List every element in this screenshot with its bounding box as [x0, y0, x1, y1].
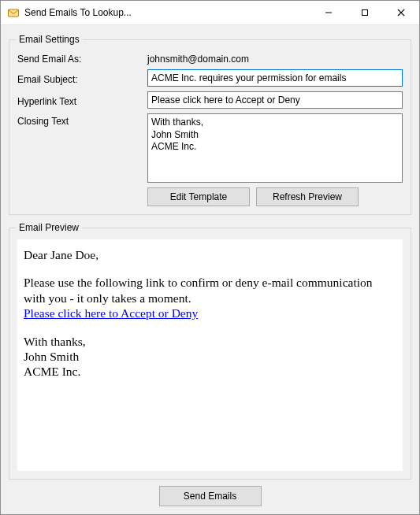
titlebar: Send Emails To Lookup...	[1, 1, 419, 25]
preview-body-text: Please use the following link to confirm…	[24, 275, 396, 306]
window-buttons	[310, 1, 419, 24]
settings-buttons: Edit Template Refresh Preview	[147, 187, 403, 206]
preview-closing-line: ACME Inc.	[24, 364, 396, 379]
window-title: Send Emails To Lookup...	[24, 7, 310, 18]
email-settings-legend: Email Settings	[16, 34, 83, 45]
edit-template-button[interactable]: Edit Template	[147, 187, 250, 206]
row-hyperlink: Hyperlink Text	[17, 91, 403, 109]
hyperlink-label: Hyperlink Text	[17, 94, 147, 107]
bottom-bar: Send Emails	[9, 480, 411, 508]
row-subject: Email Subject:	[17, 69, 403, 87]
send-as-label: Send Email As:	[17, 51, 147, 65]
preview-greeting: Dear Jane Doe,	[24, 247, 396, 262]
subject-label: Email Subject:	[17, 72, 147, 85]
preview-closing-line: John Smith	[24, 349, 396, 364]
app-envelope-icon	[7, 6, 20, 19]
row-send-as: Send Email As: johnsmith@domain.com	[17, 51, 403, 65]
preview-link[interactable]: Please click here to Accept or Deny	[24, 306, 198, 320]
row-closing: Closing Text	[17, 113, 403, 183]
preview-closing-line: With thanks,	[24, 334, 396, 349]
close-button[interactable]	[383, 1, 419, 24]
email-preview-legend: Email Preview	[16, 222, 82, 233]
send-as-value: johnsmith@domain.com	[147, 51, 403, 65]
closing-textarea[interactable]	[147, 113, 403, 183]
email-settings-group: Email Settings Send Email As: johnsmith@…	[9, 39, 411, 215]
preview-pane: Dear Jane Doe, Please use the following …	[17, 239, 403, 471]
send-emails-button[interactable]: Send Emails	[159, 486, 262, 506]
closing-label: Closing Text	[17, 113, 147, 127]
svg-rect-0	[9, 9, 19, 17]
email-preview-group: Email Preview Dear Jane Doe, Please use …	[9, 228, 411, 480]
preview-closing: With thanks,John SmithACME Inc.	[24, 334, 396, 380]
svg-line-4	[398, 9, 404, 16]
maximize-button[interactable]	[347, 1, 383, 24]
minimize-button[interactable]	[310, 1, 347, 24]
window: Send Emails To Lookup... Email Settings …	[0, 0, 420, 515]
subject-input[interactable]	[147, 69, 403, 87]
refresh-preview-button[interactable]: Refresh Preview	[256, 187, 359, 206]
svg-rect-2	[362, 10, 368, 16]
svg-line-3	[398, 9, 404, 16]
hyperlink-input[interactable]	[147, 91, 403, 109]
dialog-body: Email Settings Send Email As: johnsmith@…	[1, 25, 419, 514]
